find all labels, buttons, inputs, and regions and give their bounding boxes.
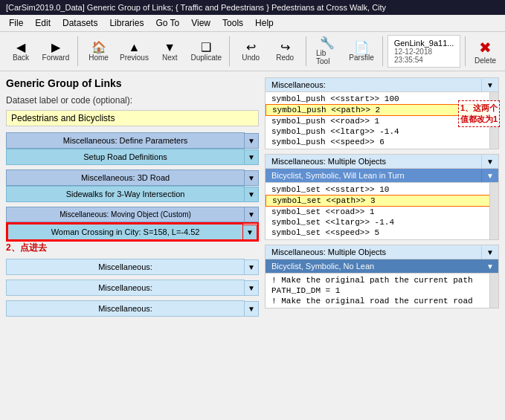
- menu-tools[interactable]: Tools: [216, 16, 249, 30]
- libtool-icon: 🔧: [320, 37, 335, 49]
- section-2-sub-btn[interactable]: Sidewalks for 3-Way Intersection: [6, 186, 245, 202]
- parsfile-icon: 📄: [354, 42, 369, 54]
- right-section-3-arrow[interactable]: ▼: [481, 246, 498, 259]
- section-1-sub-row: Setup Road Definitions ▼: [6, 149, 259, 165]
- delete-label: Delete: [475, 56, 496, 65]
- section-3-sub-arrow[interactable]: ▼: [243, 224, 257, 240]
- right-section-2-arrow[interactable]: ▼: [481, 155, 498, 168]
- scroll-bar-3[interactable]: [489, 274, 498, 308]
- undo-button[interactable]: ↩ Undo: [234, 39, 267, 64]
- section-3-top-btn[interactable]: Miscellaneous: Moving Object (Custom): [6, 207, 245, 222]
- section-3-sub-row: Woman Crossing in City: S=158, L=-4.52 ▼: [6, 222, 259, 242]
- toolbar: ◀ Back ▶ Forward 🏠 Home ▲ Previous ▼ Nex…: [0, 32, 505, 71]
- back-label: Back: [13, 54, 29, 62]
- annotation-2: 2、点进去: [6, 242, 259, 254]
- section-6-arrow[interactable]: ▼: [245, 301, 259, 317]
- right-section-3-title: Miscellaneous: Multiple Objects: [266, 245, 481, 259]
- right-section-1-arrow[interactable]: ▼: [481, 79, 498, 91]
- code-item-1-3: symbol_push <<ltarg>> -1.4: [266, 126, 498, 137]
- section-5-row: Miscellaneous: ▼: [6, 280, 259, 296]
- next-label: Next: [162, 54, 178, 62]
- right-section-1-title: Miscellaneous:: [266, 78, 481, 91]
- panel-title: Generic Group of Links: [6, 77, 259, 89]
- right-section-2-sub-arrow[interactable]: ▼: [481, 169, 498, 182]
- menu-file[interactable]: File: [3, 16, 29, 30]
- section-2: Miscellaneous: 3D Road ▼ Sidewalks for 3…: [6, 169, 259, 202]
- right-section-2-header: Miscellaneous: Multiple Objects ▼: [266, 155, 498, 169]
- section-5-arrow[interactable]: ▼: [245, 280, 259, 296]
- duplicate-icon: ❑: [201, 42, 211, 54]
- code-item-2-2: symbol_set <<road>> 1: [266, 207, 498, 217]
- previous-button[interactable]: ▲ Previous: [117, 39, 152, 64]
- section-2-sub-row: Sidewalks for 3-Way Intersection ▼: [6, 186, 259, 202]
- home-button[interactable]: 🏠 Home: [83, 39, 115, 64]
- libtool-button[interactable]: 🔧 Lib Tool: [311, 35, 344, 68]
- back-button[interactable]: ◀ Back: [4, 39, 37, 64]
- file-name: GenLink_9a11...: [394, 39, 454, 48]
- parsfile-button[interactable]: 📄 Parsfile: [345, 39, 378, 64]
- menu-edit[interactable]: Edit: [29, 16, 57, 30]
- section-2-top-btn[interactable]: Miscellaneous: 3D Road: [6, 169, 245, 186]
- duplicate-label: Duplicate: [190, 54, 222, 62]
- undo-icon: ↩: [246, 42, 256, 54]
- section-1-top-btn[interactable]: Miscellaneous: Define Parameters: [6, 132, 245, 149]
- right-section-1: Miscellaneous: ▼ symbol_push <<sstart>> …: [265, 77, 499, 149]
- libtool-label: Lib Tool: [316, 49, 338, 65]
- section-1-sub-btn[interactable]: Setup Road Definitions: [6, 149, 245, 165]
- section-5-btn[interactable]: Miscellaneous:: [6, 280, 245, 296]
- right-section-3-sub: Bicyclist, Symbolic, No Lean ▼: [266, 259, 498, 274]
- right-section-2-title: Miscellaneous: Multiple Objects: [266, 155, 481, 168]
- right-section-2-list: symbol_set <<sstart>> 10 symbol_set <<pa…: [266, 183, 498, 239]
- toolbar-separator-1: [77, 36, 78, 66]
- home-label: Home: [89, 54, 109, 62]
- toolbar-separator-4: [382, 36, 383, 66]
- section-5: Miscellaneous: ▼: [6, 280, 259, 296]
- next-button[interactable]: ▼ Next: [153, 39, 186, 64]
- right-section-3-sub-arrow[interactable]: ▼: [481, 260, 498, 273]
- section-3-top-arrow[interactable]: ▼: [245, 207, 259, 222]
- left-panel: Generic Group of Links Dataset label or …: [6, 77, 259, 404]
- right-section-2: Miscellaneous: Multiple Objects ▼ Bicycl…: [265, 154, 499, 240]
- menu-goto[interactable]: Go To: [149, 16, 185, 30]
- section-1: Miscellaneous: Define Parameters ▼ Setup…: [6, 132, 259, 165]
- redo-button[interactable]: ↪ Redo: [268, 39, 301, 64]
- right-section-2-sub: Bicyclist, Symbolic, Will Lean in Turn ▼: [266, 169, 498, 183]
- section-1-sub-arrow[interactable]: ▼: [245, 149, 259, 165]
- scroll-bar-2[interactable]: [489, 183, 498, 239]
- home-icon: 🏠: [91, 42, 106, 54]
- menu-libraries[interactable]: Libraries: [103, 16, 149, 30]
- section-2-sub-arrow[interactable]: ▼: [245, 187, 259, 202]
- section-3: Miscellaneous: Moving Object (Custom) ▼ …: [6, 207, 259, 254]
- forward-button[interactable]: ▶ Forward: [39, 39, 73, 64]
- section-3-sub-btn[interactable]: Woman Crossing in City: S=158, L=-4.52: [7, 224, 243, 240]
- right-panel: Miscellaneous: ▼ symbol_push <<sstart>> …: [265, 77, 499, 404]
- section-4-btn[interactable]: Miscellaneous:: [6, 259, 245, 275]
- section-6-btn[interactable]: Miscellaneous:: [6, 300, 245, 317]
- forward-label: Forward: [42, 54, 70, 62]
- dataset-input[interactable]: [6, 110, 259, 126]
- section-2-top-arrow[interactable]: ▼: [245, 170, 259, 186]
- section-1-top-arrow[interactable]: ▼: [245, 133, 259, 149]
- section-6-row: Miscellaneous: ▼: [6, 300, 259, 317]
- code-item-1-4: symbol_push <<speed>> 6: [266, 137, 498, 147]
- menu-help[interactable]: Help: [249, 16, 280, 30]
- code-item-2-1[interactable]: symbol_set <<path>> 3: [266, 195, 498, 207]
- back-icon: ◀: [16, 42, 25, 54]
- toolbar-separator-3: [306, 36, 306, 66]
- undo-label: Undo: [242, 54, 260, 62]
- menu-datasets[interactable]: Datasets: [57, 16, 103, 30]
- right-section-3: Miscellaneous: Multiple Objects ▼ Bicycl…: [265, 245, 499, 308]
- delete-icon: ✖: [479, 39, 492, 56]
- file-info[interactable]: GenLink_9a11... 12-12-2018 23:35:54: [387, 35, 460, 68]
- delete-button[interactable]: ✖ Delete: [470, 37, 501, 66]
- section-4-arrow[interactable]: ▼: [245, 259, 259, 275]
- code-item-3-2: ! Make the original road the current roa…: [266, 296, 498, 306]
- section-3-top-row: Miscellaneous: Moving Object (Custom) ▼: [6, 207, 259, 222]
- redo-icon: ↪: [280, 42, 290, 54]
- duplicate-button[interactable]: ❑ Duplicate: [187, 39, 225, 64]
- right-section-3-sub-title: Bicyclist, Symbolic, No Lean: [266, 259, 481, 273]
- menu-view[interactable]: View: [185, 16, 216, 30]
- title-bar: [CarSim2019.0_Data] Generic Group of Lin…: [0, 0, 505, 15]
- code-item-3-0: ! Make the original path the current pat…: [266, 275, 498, 285]
- code-item-2-4: symbol_set <<speed>> 5: [266, 227, 498, 238]
